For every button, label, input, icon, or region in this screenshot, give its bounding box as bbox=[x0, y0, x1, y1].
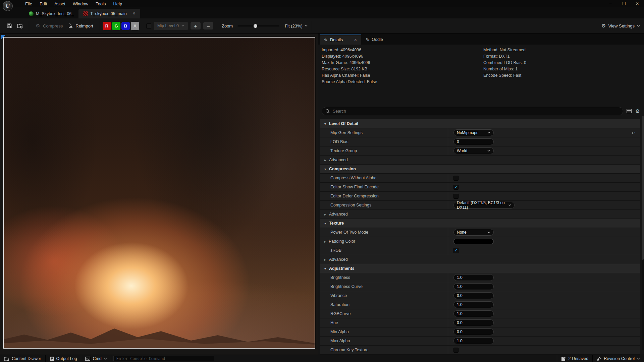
section-header-texture[interactable]: ▾Texture bbox=[320, 219, 640, 228]
padding-color-label: Padding Color bbox=[329, 239, 355, 244]
gear-icon: ⚙ bbox=[601, 23, 606, 29]
asset-tab-strip: M_Skybox_Inst_06_ T_skybox_05_main ✕ bbox=[0, 7, 644, 18]
restore-icon[interactable]: ❐ bbox=[617, 0, 631, 7]
info-source-alpha: Source Alpha Detected: False bbox=[322, 80, 377, 84]
advanced-expander-advanced[interactable]: ▸Advanced bbox=[320, 156, 640, 165]
compress-without-alpha-checkbox[interactable] bbox=[453, 176, 459, 181]
advanced-expander-advanced[interactable]: ▸Advanced bbox=[320, 255, 640, 264]
property-row-min-alpha: Min Alpha0.0 bbox=[320, 327, 640, 337]
alpha-channel-button[interactable]: A bbox=[131, 22, 139, 30]
mip-gen-settings-dropdown[interactable]: NoMipmaps bbox=[453, 129, 494, 136]
advanced-expander-advanced[interactable]: ▸Advanced bbox=[320, 210, 640, 219]
info-has-alpha: Has Alpha Channel: False bbox=[322, 73, 377, 78]
texture-preview-frame[interactable] bbox=[3, 37, 315, 349]
save-button[interactable] bbox=[4, 21, 15, 31]
texture-group-dropdown[interactable]: World bbox=[453, 147, 494, 154]
advanced-label: Advanced bbox=[329, 257, 348, 262]
vibrance-input[interactable]: 0.0 bbox=[453, 292, 494, 299]
tab-oodle[interactable]: ✎ Oodle bbox=[361, 35, 387, 45]
settings-gear-icon[interactable]: ⚙ bbox=[635, 108, 641, 114]
section-header-level-of-detail[interactable]: ▾Level Of Detail bbox=[320, 119, 640, 128]
srgb-checkbox[interactable]: ✓ bbox=[453, 248, 459, 253]
property-row-power-of-two-mode: Power Of Two ModeNone bbox=[320, 228, 640, 237]
output-log-icon bbox=[50, 356, 54, 361]
view-settings-dropdown[interactable]: ⚙ View Settings bbox=[601, 23, 640, 29]
details-scrollbar[interactable] bbox=[642, 116, 644, 350]
console-command-input[interactable]: Enter Console Command bbox=[113, 356, 214, 361]
info-number-of-mips: Number of Mips: 1 bbox=[483, 67, 526, 71]
minimize-icon[interactable]: – bbox=[604, 0, 617, 7]
content-drawer-button[interactable]: Content Drawer bbox=[0, 355, 46, 362]
mip-minus-button[interactable]: – bbox=[203, 22, 213, 29]
menu-file[interactable]: File bbox=[21, 0, 36, 7]
cmd-dropdown[interactable]: Cmd bbox=[81, 355, 111, 362]
lod-bias-input[interactable]: 0 bbox=[453, 138, 494, 145]
titlebar: U File Edit Asset Window Tools Help – ❐ … bbox=[0, 0, 644, 7]
hue-input[interactable]: 0.0 bbox=[453, 319, 494, 326]
section-header-compression[interactable]: ▾Compression bbox=[320, 165, 640, 174]
compress-button[interactable]: ⚙ Compress bbox=[33, 21, 65, 31]
editor-defer-compression-checkbox[interactable] bbox=[453, 194, 459, 199]
zoom-slider-handle[interactable] bbox=[254, 24, 257, 28]
chroma-key-texture-checkbox[interactable] bbox=[453, 348, 459, 353]
menu-window[interactable]: Window bbox=[69, 0, 92, 7]
padding-color-color-swatch[interactable] bbox=[453, 239, 494, 244]
section-header-adjustments[interactable]: ▾Adjustments bbox=[320, 264, 640, 273]
tab-details[interactable]: ✎ Details ✕ bbox=[320, 35, 361, 45]
window-controls: – ❐ ✕ bbox=[604, 0, 644, 7]
mip-level-dropdown[interactable]: Mip Level 0 bbox=[154, 22, 188, 30]
revision-control-dropdown[interactable]: Revision Control bbox=[592, 355, 644, 362]
tab-label: M_Skybox_Inst_06_ bbox=[36, 11, 74, 16]
info-resource-size: Resource Size: 8192 KB bbox=[322, 67, 377, 71]
tab-m-skybox-inst-06[interactable]: M_Skybox_Inst_06_ bbox=[24, 9, 78, 18]
info-imported: Imported: 4096x4096 bbox=[322, 48, 377, 52]
display-options-icon[interactable] bbox=[626, 108, 632, 114]
min-alpha-input[interactable]: 0.0 bbox=[453, 328, 494, 335]
close-panel-icon[interactable]: ✕ bbox=[354, 38, 357, 42]
green-channel-button[interactable]: G bbox=[112, 22, 120, 30]
toolbar-separator bbox=[311, 21, 311, 31]
close-tab-icon[interactable]: ✕ bbox=[132, 11, 136, 16]
compression-settings-dropdown[interactable]: Default (DXT1/5, BC1/3 on DX11) bbox=[453, 202, 515, 208]
expand-arrow-icon[interactable]: ▸ bbox=[324, 240, 326, 243]
info-combined-lod-bias: Combined LOD Bias: 0 bbox=[483, 61, 526, 65]
menu-tools[interactable]: Tools bbox=[92, 0, 109, 7]
menu-help[interactable]: Help bbox=[109, 0, 126, 7]
search-input[interactable]: Search bbox=[322, 107, 623, 115]
power-of-two-mode-dropdown[interactable]: None bbox=[453, 229, 494, 236]
menu-edit[interactable]: Edit bbox=[36, 0, 51, 7]
blue-channel-button[interactable]: B bbox=[121, 22, 130, 30]
editor-show-final-encode-checkbox[interactable]: ✓ bbox=[453, 185, 459, 190]
fit-zoom-dropdown[interactable]: Fit (23%) bbox=[285, 23, 308, 28]
max-alpha-input[interactable]: 1.0 bbox=[453, 338, 494, 344]
scrollbar-thumb[interactable] bbox=[642, 116, 644, 260]
tab-t-skybox-05-main[interactable]: T_skybox_05_main ✕ bbox=[78, 9, 140, 18]
brightness-curve-label: Brightness Curve bbox=[330, 284, 363, 289]
output-log-button[interactable]: Output Log bbox=[46, 355, 82, 362]
reimport-button[interactable]: Reimport bbox=[65, 21, 96, 31]
property-row-mip-gen-settings: Mip Gen SettingsNoMipmaps↩ bbox=[320, 128, 640, 137]
brightness-input[interactable]: 1.0 bbox=[453, 274, 494, 281]
mip-level-checkbox[interactable] bbox=[146, 23, 151, 28]
rgbcurve-input[interactable]: 1.0 bbox=[453, 310, 494, 317]
collapse-arrow-icon: ▾ bbox=[324, 122, 326, 126]
saturation-input[interactable]: 1.0 bbox=[453, 301, 494, 308]
brightness-curve-input[interactable]: 1.0 bbox=[453, 283, 494, 290]
power-of-two-mode-value: None bbox=[457, 230, 467, 235]
texture-viewport[interactable] bbox=[0, 34, 318, 355]
brightness-label: Brightness bbox=[330, 275, 350, 280]
unsaved-assets-button[interactable]: 2 Unsaved bbox=[557, 355, 593, 362]
info-displayed: Displayed: 4096x4096 bbox=[322, 54, 377, 59]
zoom-slider[interactable] bbox=[237, 25, 279, 26]
unreal-logo-icon[interactable]: U bbox=[3, 1, 13, 11]
mip-plus-button[interactable]: + bbox=[191, 22, 201, 29]
browse-to-asset-button[interactable] bbox=[15, 21, 25, 31]
status-bar: Content Drawer Output Log Cmd Enter Cons… bbox=[0, 355, 644, 362]
menu-asset[interactable]: Asset bbox=[51, 0, 69, 7]
red-channel-button[interactable]: R bbox=[103, 22, 111, 30]
section-label: Adjustments bbox=[329, 266, 355, 271]
mip-gen-settings-value: NoMipmaps bbox=[457, 130, 478, 135]
close-icon[interactable]: ✕ bbox=[631, 0, 644, 7]
branch-icon bbox=[597, 356, 601, 361]
reset-to-default-icon[interactable]: ↩ bbox=[632, 130, 635, 135]
